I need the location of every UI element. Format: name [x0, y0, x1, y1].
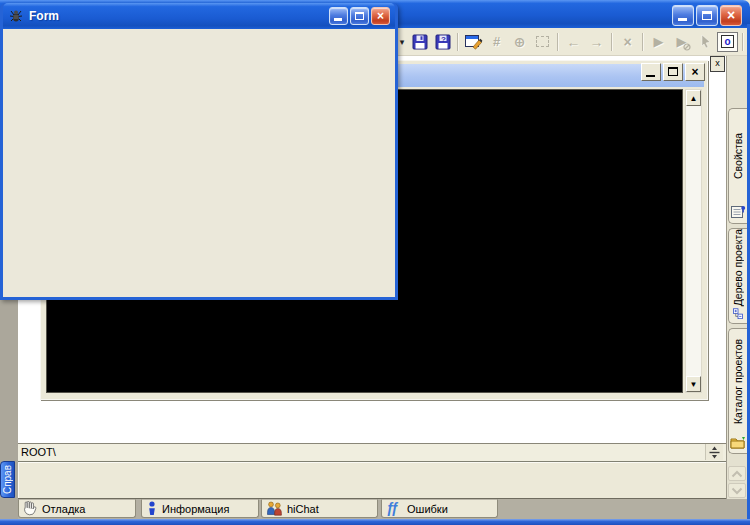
vertical-scrollbar[interactable]: ▲ ▼: [685, 89, 702, 393]
close-button[interactable]: ×: [720, 5, 742, 26]
form-editor-button[interactable]: [462, 31, 485, 53]
form-client-area[interactable]: [3, 29, 395, 297]
close-icon: ×: [721, 6, 741, 25]
main-caption-buttons: ×: [672, 5, 742, 26]
delete-x-icon: ×: [623, 34, 631, 50]
save-button[interactable]: [408, 31, 431, 53]
run-step-button[interactable]: [693, 31, 716, 53]
floppy-question-icon: ?: [435, 34, 451, 50]
chevron-down-icon: [731, 487, 743, 495]
close-icon: ×: [686, 64, 704, 80]
cancel-badge-icon: [683, 43, 691, 51]
forward-button[interactable]: →: [585, 31, 608, 53]
arrow-up-icon: ▲: [690, 94, 698, 103]
toolbar-separator: [557, 33, 559, 51]
tab-label: Каталог проектов: [732, 329, 744, 434]
scroll-up-button[interactable]: ▲: [686, 90, 701, 106]
tab-label: hiChat: [287, 503, 319, 515]
debug-hand-icon: [23, 501, 38, 516]
snap-grid-icon: ⊕: [514, 34, 526, 50]
child-minimize-button[interactable]: [641, 63, 661, 81]
tab-hichat[interactable]: hiChat: [261, 499, 378, 518]
chevron-down-icon: ▾: [400, 37, 405, 47]
scroll-down-button[interactable]: ▼: [686, 376, 701, 392]
tab-project-tree[interactable]: Дерево проекта: [728, 228, 747, 324]
right-dock-strip: Свойства Дерево проекта Каталог проектов: [726, 56, 747, 499]
maximize-button[interactable]: [696, 5, 718, 26]
back-button[interactable]: ←: [562, 31, 585, 53]
run-selected-button[interactable]: ▶: [670, 31, 693, 53]
show-grid-button[interactable]: #: [485, 31, 508, 53]
tab-help[interactable]: Справ: [0, 461, 15, 498]
toolbar-separator: [457, 33, 459, 51]
tab-label: Информация: [162, 503, 229, 515]
tab-label: Ошибки: [407, 503, 448, 515]
minimize-icon: [334, 18, 342, 21]
chevron-up-icon: [731, 470, 743, 478]
projects-folder-icon: [730, 436, 746, 449]
svg-text:?: ?: [441, 34, 446, 43]
selection-mode-button[interactable]: [531, 31, 554, 53]
child-maximize-button[interactable]: [663, 63, 683, 81]
close-x-icon: x: [715, 58, 720, 68]
toolbar-separator: [742, 33, 744, 51]
snap-grid-button[interactable]: ⊕: [508, 31, 531, 53]
project-tree-icon: [731, 308, 745, 319]
play-icon: ▶: [654, 34, 664, 49]
minimize-icon: [646, 75, 655, 77]
panel-scroll-down-button[interactable]: [728, 483, 746, 498]
panel-scroll-up-button[interactable]: [728, 466, 746, 481]
floppy-icon: [412, 34, 428, 50]
run-button[interactable]: ▶: [647, 31, 670, 53]
arrow-down-icon: ▼: [690, 380, 698, 389]
delete-button[interactable]: ×: [616, 31, 639, 53]
form-editor-icon: [465, 34, 483, 50]
window-bottom-border: [0, 519, 750, 525]
minimize-icon: [678, 18, 687, 21]
form-close-button[interactable]: ×: [371, 7, 390, 25]
tab-information[interactable]: Информация: [141, 499, 259, 518]
tab-errors[interactable]: ƒƒ Ошибки: [381, 499, 498, 518]
object-inspector-toggle[interactable]: o: [716, 31, 739, 53]
tab-label: Дерево проекта: [732, 229, 744, 306]
minimize-button[interactable]: [672, 5, 694, 26]
child-caption-buttons: ×: [641, 63, 705, 81]
object-toggle-frame: o: [717, 32, 738, 52]
forward-arrow-icon: →: [590, 34, 604, 50]
cursor-icon: [698, 34, 712, 49]
close-icon: ×: [372, 8, 389, 24]
save-as-button[interactable]: ?: [431, 31, 454, 53]
form-window: Form ×: [0, 3, 398, 300]
grid-icon: #: [493, 34, 500, 49]
tab-label: Справ: [2, 465, 13, 494]
o-icon: o: [721, 35, 734, 48]
bottom-tab-bar: Отладка Информация hiChat ƒƒ Ошибки: [18, 499, 747, 519]
properties-icon: [731, 204, 746, 219]
maximize-icon: [702, 11, 712, 20]
selection-rect-icon: [536, 36, 549, 47]
errors-icon: ƒƒ: [386, 501, 403, 516]
tab-label: Свойства: [732, 109, 744, 202]
back-arrow-icon: ←: [567, 34, 581, 50]
maximize-icon: [355, 12, 364, 20]
form-maximize-button[interactable]: [350, 7, 369, 25]
toolbar-separator: [642, 33, 644, 51]
root-path-label: ROOT\: [21, 446, 56, 458]
form-titlebar[interactable]: Form ×: [3, 3, 395, 29]
maximize-icon: [668, 67, 678, 76]
message-panel[interactable]: [18, 461, 726, 499]
form-caption-buttons: ×: [329, 7, 390, 25]
svg-text:ƒƒ: ƒƒ: [386, 501, 399, 516]
tab-properties[interactable]: Свойства: [728, 108, 747, 224]
child-close-button[interactable]: ×: [685, 63, 705, 81]
toolbar-separator: [611, 33, 613, 51]
tab-debug[interactable]: Отладка: [18, 499, 136, 518]
element-path-bar[interactable]: ROOT\: [18, 443, 726, 461]
form-minimize-button[interactable]: [329, 7, 348, 25]
info-person-icon: [146, 501, 158, 516]
panel-splitter-button[interactable]: [705, 444, 723, 460]
tab-projects-catalog[interactable]: Каталог проектов: [728, 328, 747, 454]
dock-panel-close-button[interactable]: x: [710, 56, 725, 72]
form-window-title: Form: [29, 9, 59, 23]
tab-label: Отладка: [42, 503, 85, 515]
